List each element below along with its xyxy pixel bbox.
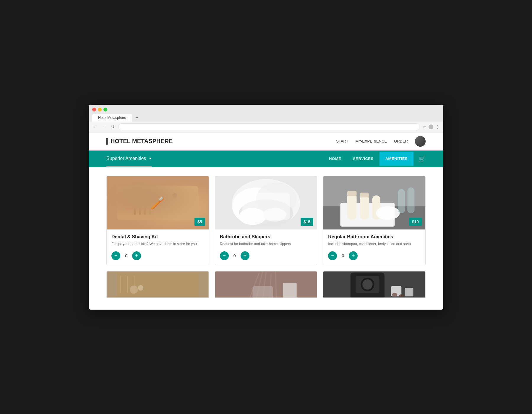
product-desc-bathroom: Includes shampoo, conditioner, body loti… — [328, 241, 421, 247]
product-card-dental: $5 Dental & Shaving Kit Forgot your dent… — [106, 176, 209, 265]
products-grid: $5 Dental & Shaving Kit Forgot your dent… — [106, 176, 426, 265]
sub-nav: Superior Amenities ▼ HOME SERVICES AMENI… — [89, 151, 443, 167]
svg-point-26 — [376, 206, 400, 220]
traffic-light-green[interactable] — [103, 108, 107, 111]
svg-rect-21 — [347, 193, 357, 220]
top-nav: HOTEL METASPHERE START MY-EXPERIENCE ORD… — [89, 132, 443, 151]
product-image-container-bathrobe: $15 — [215, 176, 317, 229]
partial-card-fragrance — [215, 271, 317, 298]
quantity-control-bathrobe: − 0 + — [220, 251, 312, 260]
svg-rect-17 — [242, 193, 290, 220]
product-title-bathroom: Regular Bathroom Amenities — [328, 234, 421, 240]
svg-point-5 — [172, 193, 177, 198]
product-desc-dental: Forgot your dental kits? We have them in… — [111, 241, 204, 247]
traffic-lights — [92, 108, 440, 111]
website-content: HOTEL METASPHERE START MY-EXPERIENCE ORD… — [89, 132, 443, 310]
product-image-container-bathroom: $10 — [323, 176, 425, 229]
increment-btn-dental[interactable]: + — [132, 251, 141, 260]
svg-point-53 — [392, 293, 397, 296]
toolbar-icons: ☆ ⋮ — [422, 124, 440, 129]
svg-rect-8 — [144, 198, 146, 214]
brand-name: HOTEL METASPHERE — [106, 138, 173, 145]
svg-line-43 — [275, 271, 276, 297]
sub-nav-services[interactable]: SERVICES — [347, 152, 379, 166]
sub-nav-amenities[interactable]: AMENITIES — [379, 152, 413, 166]
browser-chrome: Hotel Metasphere + — [89, 105, 443, 122]
svg-rect-45 — [283, 283, 296, 297]
svg-rect-7 — [139, 198, 141, 214]
partial-card-coffee — [323, 271, 426, 298]
increment-btn-bathroom[interactable]: + — [349, 251, 358, 260]
nav-start[interactable]: START — [336, 139, 348, 143]
svg-point-50 — [362, 279, 372, 289]
tab-label: Hotel Metasphere — [98, 116, 126, 120]
svg-rect-23 — [360, 194, 369, 220]
price-value-bathrobe: $15 — [304, 219, 310, 224]
svg-rect-52 — [405, 288, 413, 296]
nav-order[interactable]: ORDER — [394, 139, 408, 143]
qty-value-bathrobe: 0 — [232, 253, 237, 258]
refresh-button[interactable]: ↺ — [110, 123, 116, 130]
avatar-image — [415, 136, 426, 147]
nav-my-experience[interactable]: MY-EXPERIENCE — [356, 139, 387, 143]
sub-nav-home[interactable]: HOME — [323, 152, 347, 166]
price-value-bathroom: $10 — [412, 219, 419, 224]
browser-toolbar: ← → ↺ ☆ ⋮ — [89, 122, 443, 132]
product-title-bathrobe: Bathrobe and Slippers — [220, 234, 312, 240]
quantity-control-bathroom: − 0 + — [328, 251, 421, 260]
svg-rect-28 — [408, 187, 414, 213]
coffee-svg — [323, 271, 425, 297]
category-dropdown-label: Superior Amenities — [106, 156, 146, 161]
cart-icon[interactable]: 🛒 — [413, 151, 426, 167]
new-tab-button[interactable]: + — [133, 115, 141, 120]
forward-button[interactable]: → — [101, 123, 108, 130]
tab-bar: Hotel Metasphere + — [92, 114, 440, 122]
svg-rect-27 — [398, 189, 405, 213]
svg-point-54 — [399, 294, 404, 297]
svg-rect-22 — [347, 191, 357, 196]
decrement-btn-bathroom[interactable]: − — [328, 251, 337, 260]
svg-rect-0 — [107, 176, 209, 229]
product-info-bathrobe: Bathrobe and Slippers Request for bathro… — [215, 229, 317, 265]
product-info-dental: Dental & Shaving Kit Forgot your dental … — [107, 229, 209, 265]
product-card-bathroom: $10 Regular Bathroom Amenities Includes … — [323, 176, 426, 265]
svg-rect-32 — [120, 276, 121, 293]
svg-rect-33 — [127, 276, 128, 293]
bookmark-icon[interactable]: ☆ — [422, 124, 426, 129]
price-value-dental: $5 — [197, 219, 202, 224]
category-dropdown[interactable]: Superior Amenities ▼ — [106, 151, 152, 166]
partial-card-bed — [106, 271, 209, 298]
increment-btn-bathrobe[interactable]: + — [241, 251, 249, 260]
avatar[interactable] — [415, 136, 426, 147]
qty-value-bathroom: 0 — [340, 253, 345, 258]
browser-tab[interactable]: Hotel Metasphere — [92, 114, 132, 122]
svg-rect-1 — [117, 186, 198, 220]
product-desc-bathrobe: Request for bathrobe and take-home slipp… — [220, 241, 312, 247]
qty-value-dental: 0 — [124, 253, 129, 258]
price-badge-dental: $5 — [194, 218, 205, 226]
price-badge-bathrobe: $15 — [301, 218, 313, 226]
quantity-control-dental: − 0 + — [111, 251, 204, 260]
dropdown-arrow-icon: ▼ — [148, 156, 152, 161]
bed-svg — [107, 271, 209, 297]
profile-icon[interactable] — [429, 124, 433, 129]
svg-rect-2 — [124, 203, 164, 206]
traffic-light-red[interactable] — [92, 108, 96, 111]
svg-point-35 — [130, 285, 138, 294]
product-card-bathrobe: $15 Bathrobe and Slippers Request for ba… — [215, 176, 317, 265]
menu-icon[interactable]: ⋮ — [436, 124, 440, 129]
decrement-btn-bathrobe[interactable]: − — [220, 251, 229, 260]
dental-svg — [107, 176, 209, 229]
bottom-products-row — [106, 271, 426, 298]
product-image-container-dental: $5 — [107, 176, 209, 229]
browser-window: Hotel Metasphere + ← → ↺ ☆ ⋮ HOTEL METAS… — [89, 105, 443, 310]
svg-rect-3 — [125, 208, 153, 210]
traffic-light-yellow[interactable] — [98, 108, 102, 111]
svg-rect-9 — [149, 198, 151, 214]
svg-rect-44 — [252, 286, 273, 297]
address-bar[interactable] — [118, 123, 420, 130]
sub-nav-links: HOME SERVICES AMENITIES 🛒 — [323, 151, 426, 167]
svg-rect-31 — [117, 272, 198, 296]
decrement-btn-dental[interactable]: − — [111, 251, 120, 260]
back-button[interactable]: ← — [92, 123, 99, 130]
